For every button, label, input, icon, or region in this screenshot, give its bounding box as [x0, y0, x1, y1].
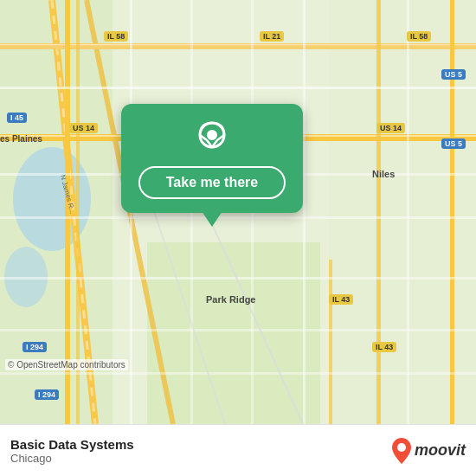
svg-point-34 [397, 443, 406, 452]
map-container: I 45 I 294 I 294 IL 58 IL 21 IL 58 US 14… [0, 0, 476, 424]
location-city: Chicago [10, 452, 134, 465]
svg-rect-21 [0, 216, 476, 219]
park-ridge-label: Park Ridge [206, 294, 255, 305]
moovit-text: moovit [415, 441, 466, 460]
i45-label: I 45 [7, 113, 27, 123]
us5-top-label: US 5 [441, 69, 466, 80]
il43-bot1-label: IL 43 [329, 294, 353, 305]
il21-label: IL 21 [260, 31, 284, 42]
i294-bot-label: I 294 [23, 342, 47, 352]
svg-rect-16 [450, 0, 454, 424]
svg-rect-22 [0, 277, 476, 280]
des-plaines-label: es Plaines [0, 134, 42, 144]
osm-attribution: © OpenStreetMap contributors [5, 359, 128, 370]
il58-right-label: IL 58 [407, 31, 431, 42]
location-pin-icon [193, 119, 231, 158]
svg-rect-18 [329, 260, 332, 424]
us14-right-label: US 14 [376, 123, 405, 133]
il58-left-label: IL 58 [104, 31, 128, 42]
bottom-bar: Basic Data Systems Chicago moovit [0, 424, 476, 476]
svg-rect-29 [407, 0, 409, 424]
popup-card: Take me there [121, 104, 303, 213]
svg-rect-28 [303, 0, 306, 424]
svg-rect-11 [0, 45, 476, 49]
take-me-there-button[interactable]: Take me there [138, 166, 286, 199]
moovit-pin-icon [392, 438, 411, 464]
location-name: Basic Data Systems [10, 437, 134, 452]
svg-rect-19 [0, 87, 476, 89]
il43-bot2-label: IL 43 [372, 342, 396, 352]
svg-point-33 [207, 130, 217, 140]
svg-rect-17 [376, 0, 381, 424]
location-info: Basic Data Systems Chicago [10, 437, 134, 465]
moovit-logo: moovit [392, 438, 466, 464]
us5-mid-label: US 5 [441, 138, 466, 149]
i294-bot2-label: I 294 [35, 389, 59, 400]
us14-left-label: US 14 [69, 123, 98, 133]
svg-rect-24 [0, 372, 476, 375]
svg-rect-23 [0, 329, 476, 331]
niles-label: Niles [372, 169, 395, 179]
